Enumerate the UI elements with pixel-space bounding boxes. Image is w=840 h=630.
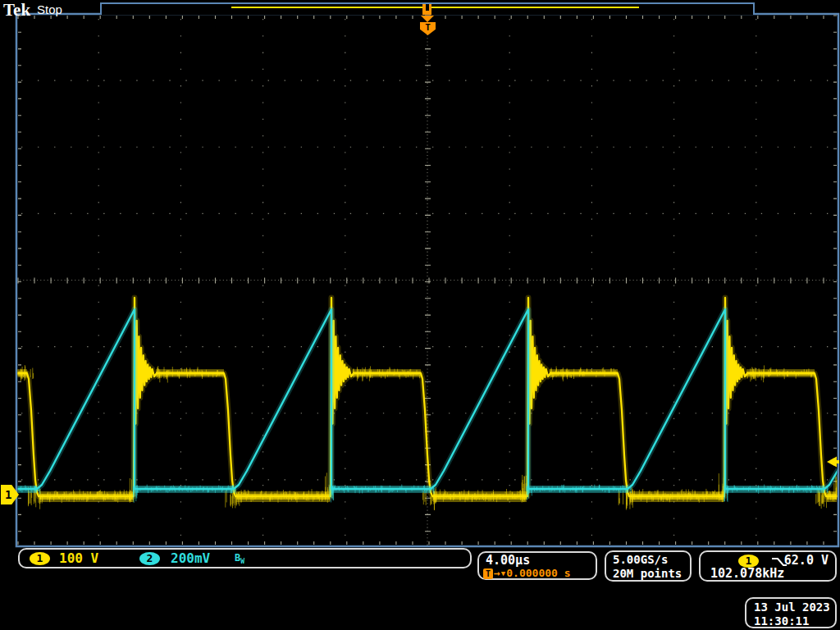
- trigger-position-readout: T → ▼ 0.000000 s: [483, 568, 571, 579]
- trigger-level-readout: 62.0 V: [784, 554, 829, 567]
- time-readout: 11:30:11: [754, 614, 809, 628]
- ch1-badge[interactable]: 1: [30, 552, 50, 565]
- waveform-layer: [16, 298, 838, 510]
- header: TekStop: [3, 0, 62, 15]
- tek-logo: Tek: [3, 0, 30, 20]
- acquisition-readout-box[interactable]: 5.00GS/s 20M points: [605, 550, 692, 582]
- record-view-bar: [100, 2, 755, 15]
- trigger-frequency-readout: 102.078kHz: [710, 567, 784, 581]
- date-readout: 13 Jul 2023: [754, 600, 830, 614]
- trigger-position-value: 0.000000 s: [506, 568, 570, 579]
- acquisition-status: Stop: [37, 2, 62, 16]
- ch1-scale-readout: 100 V: [59, 551, 98, 566]
- horizontal-readout-box[interactable]: 4.00µs T → ▼ 0.000000 s: [477, 551, 597, 580]
- arrow-right-icon: →: [494, 568, 500, 579]
- ch2-bandwidth-limit-icon: BW: [235, 552, 244, 565]
- triangle-down-icon: ▼: [501, 568, 505, 579]
- grid-dots: [21, 19, 828, 536]
- oscilloscope-screen: TekStop T 1 1 100 V 2 200mV BW 4.00µs T …: [0, 0, 840, 630]
- trigger-readout-box[interactable]: 1 62.0 V 102.078kHz: [699, 550, 837, 582]
- ch1-ground-label: 1: [5, 488, 11, 501]
- trigger-level-arrow-stem: [836, 460, 839, 463]
- trigger-level-arrow[interactable]: [827, 457, 837, 468]
- datetime-box: 13 Jul 2023 11:30:11: [745, 597, 837, 628]
- record-trigger-marker[interactable]: [422, 4, 431, 15]
- graticule-and-traces: [0, 0, 840, 630]
- timebase-readout: 4.00µs: [486, 554, 530, 567]
- ch2-scale-readout: 200mV: [171, 551, 210, 566]
- record-window-line: [231, 7, 639, 8]
- trigger-badge-label: T: [425, 22, 431, 33]
- trigger-t-chip-icon: T: [483, 568, 493, 579]
- channel-readout-box[interactable]: 1 100 V 2 200mV BW: [18, 548, 472, 568]
- record-length-readout: 20M points: [613, 567, 682, 580]
- sample-rate-readout: 5.00GS/s: [613, 553, 668, 566]
- trigger-position-pointer-icon[interactable]: [421, 16, 434, 22]
- record-trigger-marker-notch: [426, 4, 429, 11]
- ch2-badge[interactable]: 2: [139, 552, 160, 565]
